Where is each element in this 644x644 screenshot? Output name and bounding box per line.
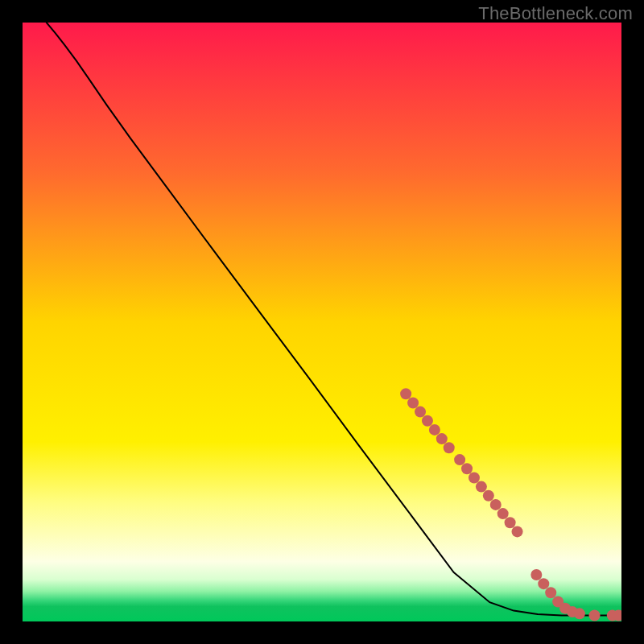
data-marker: [454, 454, 465, 465]
data-marker: [476, 481, 487, 493]
chart-svg: [23, 23, 621, 621]
data-marker: [407, 397, 419, 408]
data-marker: [422, 415, 433, 427]
data-marker: [469, 472, 480, 483]
data-marker: [436, 433, 448, 444]
data-marker: [400, 388, 411, 399]
data-marker: [415, 407, 426, 418]
chart-frame: TheBottleneck.com: [0, 0, 644, 644]
data-marker: [461, 463, 473, 474]
data-marker: [589, 610, 601, 621]
data-marker: [490, 499, 502, 510]
data-marker: [545, 587, 556, 598]
data-marker: [497, 508, 509, 519]
data-marker: [574, 608, 585, 619]
data-marker: [429, 424, 440, 436]
data-marker: [444, 442, 455, 453]
data-marker: [512, 526, 523, 537]
data-marker: [483, 490, 494, 502]
watermark-label: TheBottleneck.com: [478, 3, 633, 24]
data-marker: [505, 517, 516, 528]
data-marker: [530, 569, 542, 580]
plot-area: [23, 23, 621, 621]
data-marker: [538, 578, 549, 589]
